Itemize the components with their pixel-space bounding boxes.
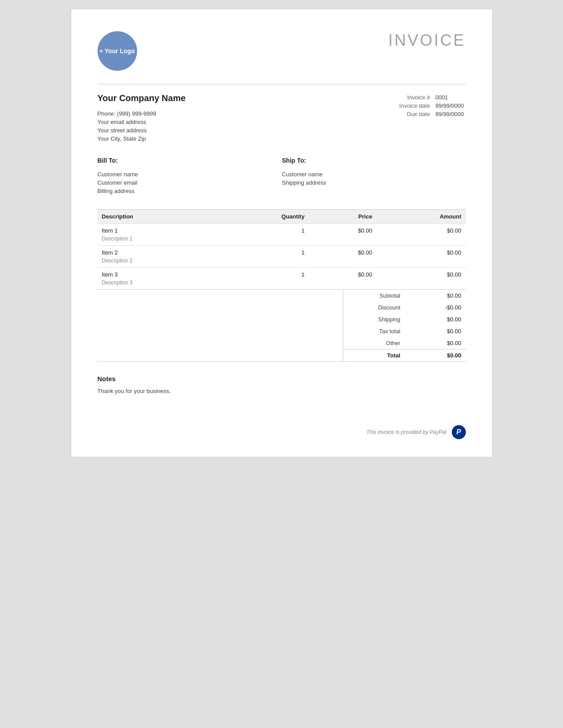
invoice-number-label: Invoice # xyxy=(397,93,433,102)
due-date-label: Due date xyxy=(397,110,433,118)
item-3-qty: 1 xyxy=(215,268,309,279)
item-1-price: $0.00 xyxy=(309,224,377,235)
logo-area: + Your Logo xyxy=(98,31,137,71)
item-1-name: Item 1 xyxy=(98,224,215,235)
item-2-price: $0.00 xyxy=(309,246,377,257)
bill-to-details: Customer name Customer email Billing add… xyxy=(98,171,194,194)
subtotal-label: Subtotal xyxy=(343,290,405,302)
table-row: Item 3 1 $0.00 $0.00 xyxy=(98,268,466,279)
item-1-qty: 1 xyxy=(215,224,309,235)
invoice-meta: Invoice # 0001 Invoice date 99/99/0000 D… xyxy=(397,93,465,118)
invoice-number-value: 0001 xyxy=(433,93,465,102)
table-row-desc: Description 2 xyxy=(98,257,466,268)
bill-to: Bill To: Customer name Customer email Bi… xyxy=(98,157,194,196)
footer-text: This invoice is provided by PayPal xyxy=(366,429,446,435)
items-table-header: Description Quantity Price Amount xyxy=(98,210,466,224)
company-name: Your Company Name xyxy=(98,93,398,103)
company-left: Your Company Name Phone: (999) 999-9999 … xyxy=(98,93,398,144)
col-price-header: Price xyxy=(309,210,377,224)
item-2-qty: 1 xyxy=(215,246,309,257)
notes-heading: Notes xyxy=(98,375,466,382)
total-row: Total $0.00 xyxy=(343,349,466,362)
totals-section: Subtotal $0.00 Discount -$0.00 Shipping … xyxy=(98,289,466,362)
table-row-desc: Description 3 xyxy=(98,279,466,289)
due-date-row: Due date 99/99/0000 xyxy=(397,110,465,118)
col-amount-header: Amount xyxy=(377,210,466,224)
company-email: Your email address xyxy=(98,119,398,125)
other-label: Other xyxy=(343,337,405,349)
tax-label: Tax total xyxy=(343,325,405,337)
invoice-title: INVOICE xyxy=(388,31,465,50)
company-info-section: Your Company Name Phone: (999) 999-9999 … xyxy=(98,93,466,144)
item-1-description: Description 1 xyxy=(98,235,466,246)
col-quantity-header: Quantity xyxy=(215,210,309,224)
item-2-name: Item 2 xyxy=(98,246,215,257)
ship-to: Ship To: Customer name Shipping address xyxy=(282,157,379,196)
invoice-date-row: Invoice date 99/99/0000 xyxy=(397,102,465,110)
bill-customer-name: Customer name xyxy=(98,171,194,178)
due-date-value: 99/99/0000 xyxy=(433,110,465,118)
tax-row: Tax total $0.00 xyxy=(343,325,466,337)
invoice-date-value: 99/99/0000 xyxy=(433,102,465,110)
paypal-symbol: P xyxy=(456,428,461,436)
shipping-value: $0.00 xyxy=(405,313,466,325)
company-phone: Phone: (999) 999-9999 xyxy=(98,110,398,117)
item-3-name: Item 3 xyxy=(98,268,215,279)
total-value: $0.00 xyxy=(405,349,466,362)
other-value: $0.00 xyxy=(405,337,466,349)
logo-button[interactable]: + Your Logo xyxy=(98,31,137,71)
invoice-number-row: Invoice # 0001 xyxy=(397,93,465,102)
bill-billing-address: Billing address xyxy=(98,188,194,194)
discount-row: Discount -$0.00 xyxy=(343,302,466,313)
ship-to-details: Customer name Shipping address xyxy=(282,171,379,186)
item-3-description: Description 3 xyxy=(98,279,466,289)
invoice-meta-table: Invoice # 0001 Invoice date 99/99/0000 D… xyxy=(397,93,465,118)
notes-text: Thank you for your business. xyxy=(98,388,466,394)
shipping-row: Shipping $0.00 xyxy=(343,313,466,325)
company-city: Your City, State Zip xyxy=(98,135,398,142)
subtotal-value: $0.00 xyxy=(405,290,466,302)
total-label: Total xyxy=(343,349,405,362)
bill-customer-email: Customer email xyxy=(98,179,194,186)
invoice-header: + Your Logo INVOICE xyxy=(98,31,466,71)
discount-value: -$0.00 xyxy=(405,302,466,313)
items-table-body: Item 1 1 $0.00 $0.00 Description 1 Item … xyxy=(98,224,466,290)
discount-label: Discount xyxy=(343,302,405,313)
item-2-amount: $0.00 xyxy=(377,246,466,257)
table-row-desc: Description 1 xyxy=(98,235,466,246)
totals-table: Subtotal $0.00 Discount -$0.00 Shipping … xyxy=(343,290,466,361)
invoice-document: + Your Logo INVOICE Your Company Name Ph… xyxy=(71,9,493,457)
table-row: Item 2 1 $0.00 $0.00 xyxy=(98,246,466,257)
ship-to-heading: Ship To: xyxy=(282,157,379,164)
bill-to-heading: Bill To: xyxy=(98,157,194,164)
item-3-amount: $0.00 xyxy=(377,268,466,279)
ship-customer-name: Customer name xyxy=(282,171,379,178)
subtotal-row: Subtotal $0.00 xyxy=(343,290,466,302)
tax-value: $0.00 xyxy=(405,325,466,337)
item-2-description: Description 2 xyxy=(98,257,466,268)
paypal-icon: P xyxy=(452,425,466,439)
other-row: Other $0.00 xyxy=(343,337,466,349)
item-1-amount: $0.00 xyxy=(377,224,466,235)
col-description-header: Description xyxy=(98,210,215,224)
invoice-date-label: Invoice date xyxy=(397,102,433,110)
header-divider xyxy=(98,84,466,84)
notes-section: Notes Thank you for your business. xyxy=(98,375,466,394)
table-row: Item 1 1 $0.00 $0.00 xyxy=(98,224,466,235)
items-table: Description Quantity Price Amount Item 1… xyxy=(98,209,466,289)
company-street: Your street address xyxy=(98,127,398,134)
invoice-footer: This invoice is provided by PayPal P xyxy=(98,421,466,439)
company-details: Phone: (999) 999-9999 Your email address… xyxy=(98,110,398,142)
table-header-row: Description Quantity Price Amount xyxy=(98,210,466,224)
shipping-label: Shipping xyxy=(343,313,405,325)
bill-ship-section: Bill To: Customer name Customer email Bi… xyxy=(98,157,466,196)
ship-shipping-address: Shipping address xyxy=(282,179,379,186)
item-3-price: $0.00 xyxy=(309,268,377,279)
